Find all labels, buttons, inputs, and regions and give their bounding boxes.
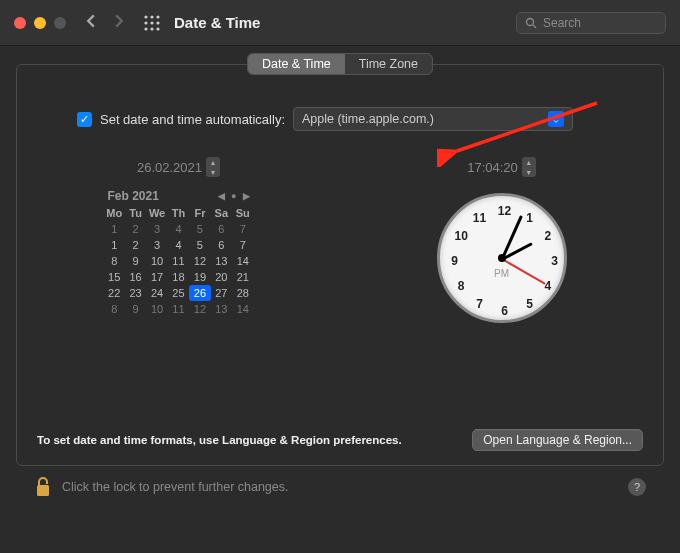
search-placeholder: Search [543,16,581,30]
lock-icon[interactable] [34,476,52,498]
clock-numeral: 1 [526,211,533,225]
formats-hint: To set date and time formats, use Langua… [37,434,402,446]
svg-point-1 [150,15,153,18]
cal-dow: We [146,205,167,221]
svg-point-5 [156,21,159,24]
clock-numeral: 5 [526,297,533,311]
datetime-panel: Date & Time Time Zone ✓ Set date and tim… [16,64,664,466]
cal-day[interactable]: 22 [104,285,125,301]
cal-day[interactable]: 1 [104,237,125,253]
analog-clock: PM 121234567891011 [437,193,567,323]
auto-checkbox[interactable]: ✓ [77,112,92,127]
cal-day-other[interactable]: 3 [146,221,167,237]
cal-dow: Mo [104,205,125,221]
clock-numeral: 4 [544,279,551,293]
search-input[interactable]: Search [516,12,666,34]
clock-numeral: 9 [451,254,458,268]
cal-day[interactable]: 24 [146,285,167,301]
clock-numeral: 3 [551,254,558,268]
cal-day-other[interactable]: 10 [146,301,167,317]
cal-day[interactable]: 3 [146,237,167,253]
tab-date-time[interactable]: Date & Time [248,54,345,74]
close-icon[interactable] [14,17,26,29]
tab-group: Date & Time Time Zone [247,53,433,75]
calendar: Feb 2021 ◀ ● ▶ MoTuWeThFrSaSu12345671234… [104,187,254,317]
cal-day-other[interactable]: 4 [168,221,189,237]
cal-day[interactable]: 18 [168,269,189,285]
cal-day[interactable]: 17 [146,269,167,285]
cal-day-other[interactable]: 14 [232,301,253,317]
show-all-icon[interactable] [144,15,160,31]
cal-today-icon[interactable]: ● [231,191,236,201]
cal-day[interactable]: 20 [211,269,232,285]
cal-day-other[interactable]: 13 [211,301,232,317]
svg-point-4 [150,21,153,24]
cal-day[interactable]: 13 [211,253,232,269]
cal-day-other[interactable]: 6 [211,221,232,237]
cal-day[interactable]: 10 [146,253,167,269]
cal-day[interactable]: 16 [125,269,146,285]
time-stepper[interactable]: ▲▼ [522,157,536,177]
date-stepper[interactable]: ▲▼ [206,157,220,177]
cal-day[interactable]: 28 [232,285,253,301]
cal-day[interactable]: 8 [104,253,125,269]
clock-numeral: 11 [473,211,486,225]
tab-time-zone[interactable]: Time Zone [345,54,432,74]
chevron-down-icon [548,111,564,127]
clock-numeral: 12 [498,204,511,218]
clock-numeral: 6 [501,304,508,318]
cal-day[interactable]: 19 [189,269,210,285]
cal-day[interactable]: 5 [189,237,210,253]
cal-day[interactable]: 14 [232,253,253,269]
cal-day-other[interactable]: 2 [125,221,146,237]
cal-day-other[interactable]: 8 [104,301,125,317]
window-title: Date & Time [174,14,260,31]
cal-day[interactable]: 27 [211,285,232,301]
cal-day[interactable]: 6 [211,237,232,253]
minimize-icon[interactable] [34,17,46,29]
clock-numeral: 8 [458,279,465,293]
cal-day[interactable]: 26 [189,285,210,301]
cal-day[interactable]: 25 [168,285,189,301]
clock-numeral: 7 [476,297,483,311]
svg-rect-12 [37,485,49,496]
cal-day-other[interactable]: 5 [189,221,210,237]
cal-day[interactable]: 2 [125,237,146,253]
clock-pivot [498,254,506,262]
help-button[interactable]: ? [628,478,646,496]
clock-numeral: 2 [544,229,551,243]
date-field[interactable]: 26.02.2021 ▲▼ [137,157,220,177]
cal-dow: Tu [125,205,146,221]
cal-next-icon[interactable]: ▶ [243,191,250,201]
svg-point-0 [144,15,147,18]
time-server-value: Apple (time.apple.com.) [302,112,434,126]
time-field[interactable]: 17:04:20 ▲▼ [467,157,536,177]
back-button[interactable] [84,14,98,31]
time-server-dropdown[interactable]: Apple (time.apple.com.) [293,107,573,131]
cal-day[interactable]: 15 [104,269,125,285]
cal-dow: Fr [189,205,210,221]
cal-day[interactable]: 23 [125,285,146,301]
cal-dow: Sa [211,205,232,221]
cal-dow: Su [232,205,253,221]
cal-day-other[interactable]: 12 [189,301,210,317]
calendar-month: Feb 2021 [108,189,159,203]
cal-day[interactable]: 12 [189,253,210,269]
forward-button[interactable] [112,14,126,31]
cal-day-other[interactable]: 11 [168,301,189,317]
zoom-icon[interactable] [54,17,66,29]
cal-day-other[interactable]: 9 [125,301,146,317]
cal-day[interactable]: 21 [232,269,253,285]
cal-day[interactable]: 4 [168,237,189,253]
cal-day-other[interactable]: 7 [232,221,253,237]
cal-day-other[interactable]: 1 [104,221,125,237]
cal-day[interactable]: 11 [168,253,189,269]
clock-numeral: 10 [455,229,468,243]
window-controls [14,17,66,29]
open-language-region-button[interactable]: Open Language & Region... [472,429,643,451]
cal-day[interactable]: 9 [125,253,146,269]
svg-line-10 [533,25,536,28]
cal-prev-icon[interactable]: ◀ [218,191,225,201]
auto-label: Set date and time automatically: [100,112,285,127]
cal-day[interactable]: 7 [232,237,253,253]
